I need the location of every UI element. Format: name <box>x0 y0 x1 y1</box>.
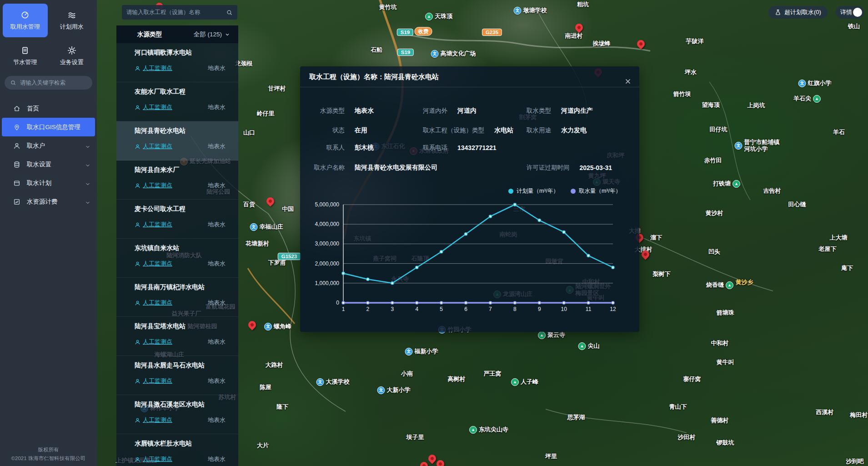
x-tick-label: 3 <box>391 306 394 312</box>
map-label: 寨仔窝 <box>683 375 701 383</box>
filter-value-dropdown[interactable]: 全部 (125) <box>194 30 230 39</box>
map-label-text: 甘坪村 <box>268 85 286 93</box>
field-value: 水电站 <box>494 126 513 135</box>
map-label-text: 羊石尖 <box>793 95 811 103</box>
map-label-text: 幸福山庄 <box>260 223 283 231</box>
map-label-text: 天珠顶 <box>435 12 452 20</box>
sidebar-search-input[interactable]: 请输入关键字检索 <box>5 76 92 90</box>
map-label-text: 黄竹坑 <box>379 3 397 11</box>
toggle-knob[interactable] <box>853 8 862 17</box>
legend-label: 计划量（m³/年） <box>517 187 559 195</box>
sidebar-item-1[interactable]: 首页 <box>2 99 95 118</box>
dashboard-icon <box>20 10 30 20</box>
data-point <box>440 301 443 304</box>
manual-monitor-link[interactable]: 人工监测点 <box>135 299 172 307</box>
map-label: 甘坪村 <box>268 85 286 93</box>
station-list-item[interactable]: 陆河县南万镇杞洋水电站人工监测点地表水 <box>116 278 238 317</box>
module-tile-2[interactable]: 计划用水 <box>50 4 95 37</box>
road-shield: G235 <box>482 29 502 36</box>
station-list-item[interactable]: 水唇镇水栏肚水电站人工监测点地表水 <box>116 434 238 466</box>
map-label: 文墩塘学校 <box>514 6 547 15</box>
manual-monitor-link[interactable]: 人工监测点 <box>135 220 172 229</box>
map-label-text: 沙田村 <box>678 433 696 441</box>
manual-monitor-link[interactable]: 人工监测点 <box>135 64 172 72</box>
manual-monitor-link[interactable]: 人工监测点 <box>135 181 172 190</box>
manual-monitor-link[interactable]: 人工监测点 <box>135 260 172 268</box>
map-label-text: 青山下 <box>669 403 687 411</box>
chevron-down-icon[interactable] <box>85 180 90 186</box>
chart-legend: 计划量（m³/年）取水量（m³/年） <box>508 187 621 195</box>
map-label-text: 凹头 <box>708 248 720 256</box>
monitor-label: 人工监测点 <box>143 220 172 229</box>
map-label: 南进村 <box>565 32 583 40</box>
module-tile-3[interactable]: 节水管理 <box>3 39 48 73</box>
data-point <box>562 301 565 304</box>
map-label: 高树村 <box>448 375 466 383</box>
data-point <box>513 301 516 304</box>
map-label-text: 粗坑 <box>577 0 589 9</box>
manual-monitor-link[interactable]: 人工监测点 <box>135 416 172 424</box>
chevron-down-icon[interactable] <box>85 162 90 167</box>
manual-monitor-link[interactable]: 人工监测点 <box>135 377 172 385</box>
data-point <box>513 203 516 206</box>
field-label: 联系电话 <box>423 144 447 152</box>
station-meta: 人工监测点地表水 <box>135 142 226 150</box>
road-shield: S19 <box>397 49 414 56</box>
sidebar-item-6[interactable]: 水资源计费 <box>2 192 95 211</box>
station-list-item[interactable]: 陆河县青砼水电站人工监测点地表水 <box>116 121 238 160</box>
map-label: 岭仔里 <box>257 110 275 118</box>
data-point <box>416 266 418 269</box>
person-icon <box>135 183 140 189</box>
menu-label: 首页 <box>27 105 39 113</box>
manual-monitor-link[interactable]: 人工监测点 <box>135 142 172 150</box>
station-list-item[interactable]: 陆河县水唇走马石水电站人工监测点地表水 <box>116 356 238 395</box>
person-icon <box>135 378 140 384</box>
map-label-text: 高塘文化广场 <box>441 50 476 58</box>
station-list-item[interactable]: 陆河县自来水厂人工监测点地表水 <box>116 160 238 200</box>
map-label-text: 黄牛叫 <box>717 358 734 366</box>
sidebar-item-4[interactable]: 取水设置 <box>2 155 95 174</box>
map-label-text: 梅田村 <box>850 411 868 419</box>
over-plan-button[interactable]: 超计划取水(0) <box>768 6 828 19</box>
sidebar-item-2[interactable]: 取水口GIS信息管理 <box>2 118 95 136</box>
station-list-item[interactable]: 东坑镇自来水站人工监测点地表水 <box>116 239 238 278</box>
legend-item-1[interactable]: 计划量（m³/年） <box>508 187 559 195</box>
x-tick-label: 2 <box>366 306 370 312</box>
close-icon[interactable] <box>624 73 632 81</box>
module-label: 取用水管理 <box>10 23 40 31</box>
legend-item-2[interactable]: 取水量（m³/年） <box>571 187 621 195</box>
data-point <box>489 301 492 304</box>
manual-monitor-link[interactable]: 人工监测点 <box>135 455 172 463</box>
chevron-down-icon[interactable] <box>85 143 90 149</box>
station-list-item[interactable]: 麦卡公司取水工程人工监测点地表水 <box>116 200 238 239</box>
station-list-item[interactable]: 友能水厂取水工程人工监测点地表水 <box>116 82 238 121</box>
manual-monitor-link[interactable]: 人工监测点 <box>135 103 172 111</box>
map-label: 上岗坑 <box>748 101 765 110</box>
station-search-input[interactable]: 请输入取水工程（设施）名称 <box>122 5 237 20</box>
station-name: 陆河县自来水厂 <box>135 166 226 174</box>
station-meta: 人工监测点地表水 <box>135 220 226 229</box>
modal-title: 取水工程（设施）名称：陆河县青砼水电站 <box>309 73 439 80</box>
menu-label: 取水设置 <box>27 160 51 169</box>
station-list-item[interactable]: 陆河县宝塔水电站人工监测点地表水 <box>116 317 238 356</box>
map-label: ▲东坑尖山寺 <box>469 426 508 434</box>
manual-monitor-link[interactable]: 人工监测点 <box>135 338 172 346</box>
sidebar-item-5[interactable]: 取水计划 <box>2 174 95 192</box>
station-list-item[interactable]: 陆河县激石溪老区水电站人工监测点地表水 <box>116 395 238 434</box>
station-name: 河口镇唱歌潭水电站 <box>135 49 226 57</box>
station-name: 陆河县激石溪老区水电站 <box>135 401 226 409</box>
sidebar-item-3[interactable]: 取水户 <box>2 136 95 155</box>
station-list-item[interactable]: 河口镇唱歌潭水电站人工监测点地表水 <box>116 43 238 82</box>
module-tile-1[interactable]: 取用水管理 <box>3 4 48 37</box>
map-label-text: 陈屋 <box>260 383 271 391</box>
station-meta: 人工监测点地表水 <box>135 299 226 307</box>
chevron-down-icon[interactable] <box>85 199 90 205</box>
map-label-text: 庵下 <box>841 264 853 272</box>
person-icon <box>135 261 140 267</box>
detail-toggle[interactable]: 详情 <box>836 6 864 19</box>
map-label-text: 箭塘珠 <box>717 309 734 317</box>
school-icon: 文 <box>735 142 743 150</box>
station-name: 友能水厂取水工程 <box>135 88 226 96</box>
module-tile-4[interactable]: 业务设置 <box>50 39 95 73</box>
menu-label: 取水计划 <box>27 179 51 187</box>
